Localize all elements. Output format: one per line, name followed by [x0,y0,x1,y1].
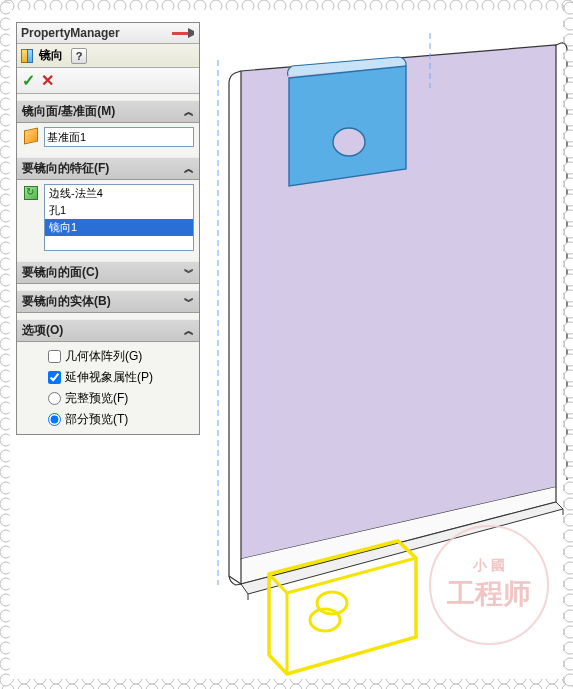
chevron-down-icon: ︾ [184,266,194,280]
group-label: 选项(O) [22,322,63,339]
feature-name: 镜向 [39,47,63,64]
mirror-plane-selection[interactable]: 基准面1 [44,127,194,147]
chevron-up-icon: ︽ [184,162,194,176]
group-header-faces[interactable]: 要镜向的面(C) ︾ [17,261,199,284]
group-body-options: 几何体阵列(G) 延伸视象属性(P) 完整预览(F) 部分预览(T) [17,342,199,434]
original-tab [288,57,407,186]
plane-value: 基准面1 [47,130,86,145]
list-item[interactable]: 镜向1 [45,219,193,236]
cancel-button[interactable]: ✕ [41,71,54,90]
group-body-features: 边线-法兰4 孔1 镜向1 [17,180,199,255]
chevron-up-icon: ︽ [184,324,194,338]
partial-preview-label: 部分预览(T) [65,411,128,428]
ok-button[interactable]: ✓ [22,71,35,90]
pin-icon[interactable] [171,26,195,40]
group-body-plane: 基准面1 [17,123,199,151]
help-button[interactable]: ? [71,48,87,64]
group-header-plane[interactable]: 镜向面/基准面(M) ︽ [17,100,199,123]
group-label: 镜向面/基准面(M) [22,103,115,120]
svg-marker-6 [289,66,406,186]
mirror-icon [21,49,35,63]
face-icon [24,128,38,145]
group-label: 要镜向的特征(F) [22,160,109,177]
list-item[interactable]: 孔1 [45,202,193,219]
group-header-features[interactable]: 要镜向的特征(F) ︽ [17,157,199,180]
chevron-up-icon: ︽ [184,105,194,119]
group-header-options[interactable]: 选项(O) ︽ [17,319,199,342]
svg-point-7 [333,128,365,156]
feature-list-icon [24,186,38,200]
full-preview-label: 完整预览(F) [65,390,128,407]
property-manager-panel: PropertyManager 镜向 ? ✓ ✕ 镜向面/基准面(M) ︽ 基准… [16,22,200,435]
full-preview-radio[interactable] [48,392,61,405]
title-text: PropertyManager [21,26,120,40]
feature-header: 镜向 ? [17,44,199,68]
partial-preview-radio[interactable] [48,413,61,426]
titlebar: PropertyManager [17,23,199,44]
propagate-visual-checkbox[interactable] [48,371,61,384]
group-label: 要镜向的实体(B) [22,293,111,310]
propagate-visual-label: 延伸视象属性(P) [65,369,153,386]
list-item[interactable]: 边线-法兰4 [45,185,193,202]
features-selection-list[interactable]: 边线-法兰4 孔1 镜向1 [44,184,194,251]
group-header-bodies[interactable]: 要镜向的实体(B) ︾ [17,290,199,313]
ok-cancel-bar: ✓ ✕ [17,68,199,94]
chevron-down-icon: ︾ [184,295,194,309]
geometry-pattern-label: 几何体阵列(G) [65,348,142,365]
geometry-pattern-checkbox[interactable] [48,350,61,363]
group-label: 要镜向的面(C) [22,264,99,281]
